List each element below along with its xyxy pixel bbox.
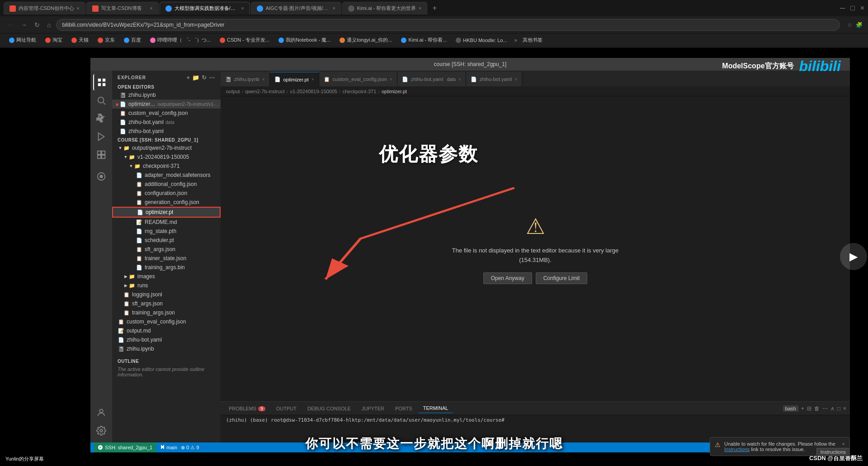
home-button[interactable]: ⌂ <box>45 20 52 29</box>
bookmark-baidu[interactable]: 百度 <box>120 36 145 44</box>
open-editor-custom-eval[interactable]: 📋 custom_eval_config.json <box>112 109 221 118</box>
instructions-button[interactable]: Instructions <box>816 448 849 456</box>
file-rng-state[interactable]: 📄 rng_state.pth <box>112 227 221 236</box>
folder-images[interactable]: ▶ 📁 images <box>112 272 221 281</box>
editor-tab-custom-eval[interactable]: 📋 custom_eval_config.json × <box>319 72 397 86</box>
activity-debug[interactable] <box>93 128 109 145</box>
bookmark-other[interactable]: 其他书签 <box>519 36 546 44</box>
bookmark-kimi[interactable]: Kimi.ai - 帮你看... <box>397 36 450 44</box>
editor-tab-zhihu-bot-close[interactable]: × <box>514 77 517 82</box>
file-output-md[interactable]: 📝 output.md <box>112 326 221 335</box>
editor-tab-zhihu[interactable]: 📓 zhihu.ipynb × <box>221 72 270 86</box>
terminal-split-icon[interactable]: ⊟ <box>807 405 811 412</box>
configure-limit-button[interactable]: Configure Limit <box>536 272 588 284</box>
editor-tab-zhihu-bot-data[interactable]: 📄 zhihu-bot.yaml data × <box>397 72 466 86</box>
window-close[interactable]: × <box>860 4 864 12</box>
file-additional-config[interactable]: 📋 additional_config.json <box>112 180 221 189</box>
window-maximize[interactable]: □ <box>850 4 855 12</box>
panel-tab-problems[interactable]: PROBLEMS9 <box>224 404 270 413</box>
file-scheduler[interactable]: 📄 scheduler.pt <box>112 236 221 245</box>
bookmark-notebook[interactable]: 我的Notebook - 魔... <box>275 36 334 44</box>
file-zhihu-ipynb-root[interactable]: 📓 zhihu.ipynb <box>112 344 221 353</box>
activity-account[interactable] <box>93 404 109 421</box>
course-section-title[interactable]: COURSE [SSH: SHARED_2GPU_1] <box>112 136 221 143</box>
tab-kimi[interactable]: Kimi.ai - 帮你看更大的世界 × <box>342 2 428 14</box>
bookmark-csdn[interactable]: CSDN - 专业开发... <box>216 36 273 44</box>
folder-v1[interactable]: ▼ 📁 v1-20240819-150005 <box>112 152 221 162</box>
file-training-args-bin[interactable]: 📄 training_args.bin <box>112 263 221 272</box>
editor-tab-zhihu-close[interactable]: × <box>262 77 265 82</box>
instructions-link[interactable]: Instructions <box>724 447 750 452</box>
branch-indicator[interactable]: main <box>160 445 177 450</box>
tab-close-kimi[interactable]: × <box>419 6 421 11</box>
terminal-collapse-icon[interactable]: ∧ <box>830 405 835 412</box>
bookmarks-more[interactable]: » <box>514 37 518 43</box>
tab-aigc[interactable]: AIGC专题·图片/声音/视频/Ager... × <box>251 2 341 14</box>
terminal-add-icon[interactable]: + <box>801 405 804 412</box>
tab-csdn-write[interactable]: 写文章-CSDN博客 × <box>86 2 159 14</box>
back-button[interactable]: ← <box>5 20 15 29</box>
breadcrumb-output[interactable]: output <box>226 89 240 94</box>
file-readme[interactable]: 📝 README.md <box>112 218 221 227</box>
terminal-maximize-icon[interactable]: □ <box>837 405 840 412</box>
collapse-all-icon[interactable]: ⋯ <box>209 74 215 81</box>
panel-tab-output[interactable]: OUTPUT <box>272 404 301 413</box>
file-sft-args[interactable]: 📋 sft_args.json <box>112 245 221 254</box>
new-folder-icon[interactable]: 📁 <box>192 74 200 81</box>
bookmark-tianmao[interactable]: 天猫 <box>68 36 92 44</box>
bookmark-tongyi[interactable]: 通义tongyi.ai_你的... <box>336 36 396 44</box>
editor-tab-zhihu-bot-data-close[interactable]: × <box>458 77 461 82</box>
activity-settings[interactable] <box>93 423 109 439</box>
editor-tab-optimizer[interactable]: 📄 optimizer.pt × <box>270 72 319 86</box>
open-editor-zhihu-bot-data[interactable]: 📄 zhihu-bot.yaml data <box>112 118 221 127</box>
terminal-trash-icon[interactable]: 🗑 <box>814 405 820 412</box>
breadcrumb-checkpoint[interactable]: checkpoint-371 <box>343 89 377 94</box>
bookmark-jd[interactable]: 京东 <box>94 36 118 44</box>
activity-explorer[interactable] <box>93 74 109 90</box>
editor-tab-zhihu-bot[interactable]: 📄 zhihu-bot.yaml × <box>466 72 522 86</box>
activity-git[interactable] <box>93 110 109 127</box>
panel-tab-debug[interactable]: DEBUG CONSOLE <box>303 404 355 413</box>
open-editors-title[interactable]: OPEN EDITORS <box>112 83 221 90</box>
tab-close-aigc[interactable]: × <box>333 6 335 11</box>
file-generation-config[interactable]: 📋 generation_config.json <box>112 198 221 207</box>
notification-close-btn[interactable]: × <box>842 441 845 447</box>
terminal-close-icon[interactable]: × <box>843 405 846 412</box>
extension-button[interactable]: 🧩 <box>856 22 863 28</box>
breadcrumb-qwen[interactable]: qwen2-7b-instruct <box>245 89 284 94</box>
forward-button[interactable]: → <box>19 20 29 29</box>
bookmark-hkbu[interactable]: HKBU Moodle: Lo... <box>452 37 510 44</box>
folder-output-qwen[interactable]: ▼ 📁 output/qwen2-7b-instruct <box>112 143 221 152</box>
file-optimizer-pt[interactable]: 📄 optimizer.pt <box>112 207 221 218</box>
panel-tab-terminal[interactable]: TERMINAL <box>419 404 453 413</box>
address-input[interactable] <box>56 19 840 31</box>
folder-checkpoint[interactable]: ▼ 📁 checkpoint-371 <box>112 162 221 171</box>
refresh-icon[interactable]: ↻ <box>202 74 207 81</box>
file-adapter-model[interactable]: 📄 adapter_model.safetensors <box>112 171 221 180</box>
terminal-more-icon[interactable]: ⋯ <box>822 405 828 412</box>
folder-runs[interactable]: ▶ 📁 runs <box>112 281 221 290</box>
tab-close-write[interactable]: × <box>150 6 153 11</box>
panel-tab-jupyter[interactable]: JUPYTER <box>357 404 389 413</box>
tab-bilibili-active[interactable]: 大模型微调实践数据准备/清... × <box>160 2 250 14</box>
file-custom-eval-root[interactable]: 📋 custom_eval_config.json <box>112 317 221 326</box>
breadcrumb-optimizer[interactable]: optimizer.pt <box>382 89 407 94</box>
outline-title[interactable]: OUTLINE <box>112 357 221 365</box>
tab-close-csdn-content[interactable]: × <box>77 6 80 11</box>
tab-close-bili[interactable]: × <box>241 6 244 11</box>
bookmark-nav[interactable]: 网址导航 <box>5 36 40 44</box>
activity-search[interactable] <box>93 92 109 109</box>
bookmark-taobao[interactable]: 淘宝 <box>42 36 66 44</box>
open-anyway-button[interactable]: Open Anyway <box>483 272 532 284</box>
editor-tab-custom-eval-close[interactable]: × <box>390 77 392 82</box>
file-zhihu-bot-root[interactable]: 📄 zhihu-bot.yaml <box>112 335 221 344</box>
file-trainer-state[interactable]: 📋 trainer_state.json <box>112 254 221 263</box>
file-training-args-json[interactable]: 📋 training_args.json <box>112 308 221 317</box>
activity-extensions[interactable] <box>93 147 109 163</box>
errors-indicator[interactable]: ⊗ 0 ⚠ 9 <box>181 445 199 451</box>
remote-indicator[interactable]: SSH: shared_2gpu_1 <box>94 442 156 452</box>
new-tab-button[interactable]: + <box>428 2 441 14</box>
tab-csdn-content[interactable]: 内容管理-CSDN创作中心 × <box>4 2 85 14</box>
reload-button[interactable]: ↻ <box>33 20 42 29</box>
file-configuration[interactable]: 📋 configuration.json <box>112 189 221 198</box>
